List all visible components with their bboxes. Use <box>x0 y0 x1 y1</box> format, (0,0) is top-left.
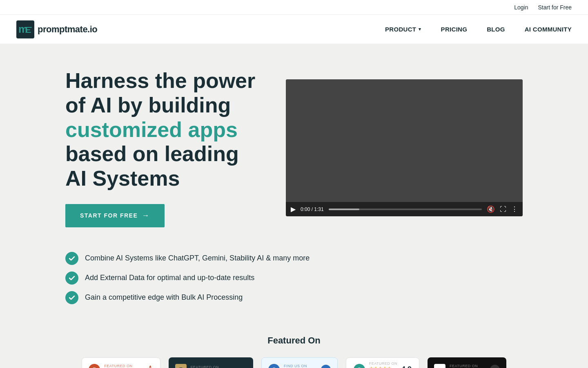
video-icon-group: 🔇 ⛶ ⋮ <box>487 205 518 213</box>
featured-logos: P FEATURED ON Product Hunt ▲ 63 T FEATUR… <box>65 357 523 368</box>
nav-product-link[interactable]: PRODUCT ▾ <box>385 26 421 33</box>
video-progress-bar[interactable] <box>329 209 482 210</box>
check-icon-1 <box>65 252 78 265</box>
product-hunt-icon: P <box>89 364 100 368</box>
heart-icon: ♥ <box>482 366 486 368</box>
start-free-top-link[interactable]: Start for Free <box>538 4 572 11</box>
there-ai-label: FEATURED ON <box>191 365 247 368</box>
logo-text: promptmate.io <box>38 24 97 35</box>
main-nav: m promptmate.io PRODUCT ▾ PRICING BLOG A… <box>0 15 588 44</box>
foundr-info: FEATURED ON Foundr <box>450 364 478 368</box>
video-fullscreen-button[interactable]: ⛶ <box>500 206 506 213</box>
video-controls: ▶ 0:00 / 1:31 🔇 ⛶ ⋮ <box>286 202 523 216</box>
badge-foundr[interactable]: ▶ FEATURED ON Foundr ♥ 0 <box>428 357 506 368</box>
foundr-icon: ▶ <box>434 364 445 368</box>
feature-text-3: Gain a competitive edge with Bulk AI Pro… <box>85 293 243 302</box>
foundr-count: 0 <box>490 365 500 368</box>
nav-blog-link[interactable]: BLOG <box>487 26 505 33</box>
gpttool-label: Featured on <box>369 361 397 366</box>
feature-text-2: Add External Data for optimal and up-to-… <box>85 274 254 282</box>
badge-openfuture[interactable]: O FIND US ON Openfuture 2 <box>261 357 338 368</box>
video-more-button[interactable]: ⋮ <box>511 205 518 213</box>
video-main-area <box>286 79 523 202</box>
svg-rect-4 <box>25 32 31 33</box>
svg-text:m: m <box>18 23 28 35</box>
check-icon-2 <box>65 272 78 285</box>
video-mute-button[interactable]: 🔇 <box>487 205 495 213</box>
hero-section: Harness the power of AI by building cust… <box>33 44 555 244</box>
badge-there-is-an-ai[interactable]: T FEATURED ON THERE'S AN AI FOR THAT <box>169 357 253 368</box>
openfuture-label: FIND US ON <box>284 364 317 368</box>
features-section: Combine AI Systems like ChatGPT, Gemini,… <box>33 244 555 327</box>
feature-item-2: Add External Data for optimal and up-to-… <box>65 272 523 285</box>
there-ai-info: FEATURED ON THERE'S AN AI FOR THAT <box>191 365 247 368</box>
logo-icon: m <box>16 20 34 38</box>
hero-right: ▶ 0:00 / 1:31 🔇 ⛶ ⋮ <box>286 79 523 216</box>
product-hunt-info: FEATURED ON Product Hunt <box>104 364 143 368</box>
gpttool-stars: ★★★★★ <box>369 366 397 368</box>
product-hunt-count: ▲ 63 <box>147 364 154 368</box>
arrow-icon: → <box>142 211 150 220</box>
foundr-label: FEATURED ON <box>450 364 478 368</box>
gpttool-rating: 4.9 <box>401 365 412 368</box>
video-play-button[interactable]: ▶ <box>291 205 296 213</box>
top-bar: Login Start for Free <box>0 0 588 15</box>
nav-links: PRODUCT ▾ PRICING BLOG AI COMMUNITY <box>385 26 572 33</box>
start-free-cta-button[interactable]: START FOR FREE → <box>65 204 165 227</box>
video-progress-fill <box>329 209 359 210</box>
there-ai-icon: T <box>175 364 187 368</box>
chevron-down-icon: ▾ <box>419 27 421 32</box>
feature-text-1: Combine AI Systems like ChatGPT, Gemini,… <box>85 254 310 263</box>
openfuture-count: 2 <box>321 365 331 368</box>
hero-highlight: customized apps <box>65 118 238 141</box>
svg-rect-2 <box>25 27 32 28</box>
video-container: ▶ 0:00 / 1:31 🔇 ⛶ ⋮ <box>286 79 523 216</box>
openfuture-icon: O <box>268 364 280 368</box>
feature-item-3: Gain a competitive edge with Bulk AI Pro… <box>65 291 523 304</box>
badge-product-hunt[interactable]: P FEATURED ON Product Hunt ▲ 63 <box>82 357 160 368</box>
feature-item-1: Combine AI Systems like ChatGPT, Gemini,… <box>65 252 523 265</box>
video-time-display: 0:00 / 1:31 <box>301 206 324 212</box>
gpttool-info: Featured on ★★★★★ GPTtool <box>369 361 397 368</box>
product-hunt-label: FEATURED ON <box>104 364 143 368</box>
featured-section: Featured On P FEATURED ON Product Hunt ▲… <box>33 327 555 368</box>
openfuture-info: FIND US ON Openfuture <box>284 364 317 368</box>
svg-rect-3 <box>25 29 30 30</box>
gpttool-icon: G <box>354 364 365 368</box>
badge-gpttool[interactable]: G Featured on ★★★★★ GPTtool 4.9 <box>346 357 419 368</box>
nav-pricing-link[interactable]: PRICING <box>441 26 468 33</box>
featured-title: Featured On <box>65 335 523 346</box>
logo-link[interactable]: m promptmate.io <box>16 20 97 38</box>
nav-ai-community-link[interactable]: AI COMMUNITY <box>525 26 572 33</box>
login-link[interactable]: Login <box>514 4 528 11</box>
hero-title: Harness the power of AI by building cust… <box>65 69 261 191</box>
hero-left: Harness the power of AI by building cust… <box>65 69 261 227</box>
check-icon-3 <box>65 291 78 304</box>
